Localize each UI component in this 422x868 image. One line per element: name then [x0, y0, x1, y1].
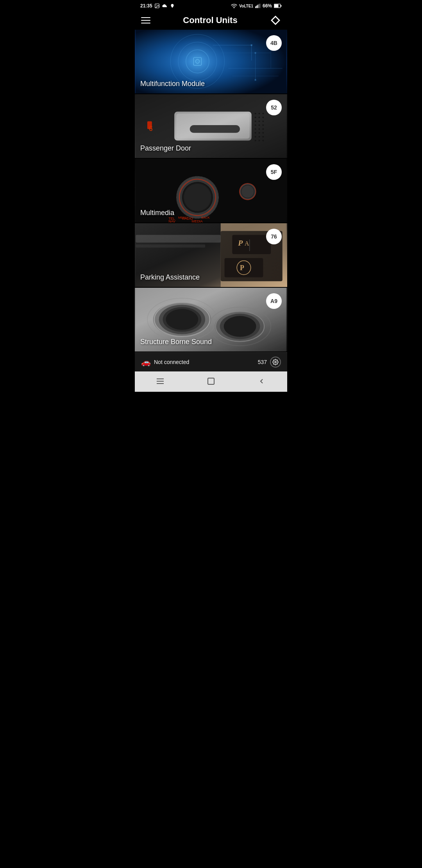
svg-point-52 — [262, 128, 264, 130]
card-passenger-badge: 52 — [266, 100, 282, 115]
recent-apps-icon — [156, 378, 165, 385]
card-parking-label: Parking Assistance — [140, 273, 200, 282]
status-bar: 21:35 VoLTE1 66% — [135, 0, 287, 11]
svg-point-46 — [262, 120, 264, 122]
bottom-right-area: 537 — [258, 357, 281, 368]
menu-line-3 — [141, 23, 150, 23]
card-parking-badge: 76 — [266, 229, 282, 244]
svg-point-61 — [262, 140, 264, 142]
card-sound-label: Structure Borne Sound — [140, 338, 212, 346]
svg-point-41 — [255, 117, 256, 118]
signal-icon — [255, 4, 261, 8]
svg-rect-8 — [259, 4, 260, 8]
svg-text:A: A — [245, 240, 249, 247]
svg-point-50 — [255, 128, 256, 130]
svg-point-106 — [275, 361, 276, 363]
connection-status-text: Not connected — [154, 359, 189, 365]
home-button[interactable] — [201, 375, 221, 387]
svg-text:P: P — [240, 264, 244, 272]
svg-point-49 — [262, 124, 264, 126]
status-left: 21:35 — [140, 3, 175, 9]
svg-text:MENU: MENU — [178, 216, 188, 219]
car-icon: 🚗 — [141, 357, 151, 367]
svg-rect-7 — [258, 4, 259, 8]
svg-rect-28 — [255, 52, 256, 54]
svg-point-45 — [259, 120, 260, 122]
svg-point-39 — [259, 113, 260, 114]
home-icon — [207, 377, 215, 386]
card-passenger-door[interactable]: 6 Passenger Door 52 — [135, 94, 287, 159]
svg-point-51 — [259, 128, 260, 130]
svg-point-42 — [259, 117, 260, 118]
svg-point-47 — [255, 124, 256, 126]
card-multifunction-badge: 4B — [266, 35, 282, 51]
svg-point-73 — [241, 185, 254, 198]
header: Control Units — [135, 11, 287, 30]
svg-point-56 — [255, 136, 256, 138]
time: 21:35 — [140, 3, 152, 9]
svg-rect-110 — [208, 378, 214, 384]
battery-icon — [274, 4, 282, 8]
code-display: 537 — [258, 359, 267, 365]
svg-point-58 — [262, 136, 264, 138]
svg-point-1 — [156, 5, 157, 5]
svg-point-54 — [259, 132, 260, 134]
svg-point-55 — [262, 132, 264, 134]
svg-point-43 — [262, 117, 264, 118]
svg-text:6: 6 — [149, 125, 153, 133]
settings-button[interactable] — [270, 357, 281, 368]
svg-point-68 — [184, 184, 211, 211]
svg-text:MEDIA: MEDIA — [192, 219, 203, 222]
svg-rect-6 — [257, 5, 258, 8]
card-multimedia-badge: 5F — [266, 164, 282, 180]
svg-text:BACK: BACK — [201, 216, 210, 219]
svg-point-3 — [234, 8, 234, 8]
location-icon — [170, 3, 175, 9]
svg-rect-92 — [136, 244, 205, 247]
card-structure-borne-sound[interactable]: Structure Borne Sound A9 — [135, 288, 287, 352]
svg-rect-4 — [255, 6, 256, 8]
card-multimedia-label: Multimedia — [140, 209, 174, 217]
card-sound-badge: A9 — [266, 293, 282, 309]
svg-point-60 — [259, 140, 260, 142]
svg-point-59 — [255, 140, 256, 142]
cloud-icon — [162, 4, 168, 8]
card-multifunction-label: Multifunction Module — [140, 80, 205, 88]
svg-point-57 — [259, 136, 260, 138]
card-multimedia[interactable]: RADIO MEDIA TEL NAV MENU BACK Multimedia… — [135, 159, 287, 223]
menu-button[interactable] — [141, 17, 150, 23]
recent-apps-button[interactable] — [150, 375, 170, 387]
svg-rect-29 — [255, 79, 256, 81]
settings-icon — [272, 359, 279, 365]
page-title: Control Units — [183, 15, 237, 25]
bottom-status-bar: 🚗 Not connected 537 — [135, 352, 287, 371]
svg-rect-37 — [190, 125, 240, 133]
sort-diamond-icon — [270, 15, 281, 26]
gallery-icon — [154, 3, 160, 9]
card-parking-assistance[interactable]: P A P Parking Assistance 76 — [135, 223, 287, 288]
status-right: VoLTE1 66% — [231, 3, 282, 9]
card-multifunction-module[interactable]: Multifunction Module 4B — [135, 30, 287, 94]
cards-container: Multifunction Module 4B — [135, 30, 287, 352]
svg-point-38 — [255, 113, 256, 114]
svg-rect-91 — [136, 235, 220, 243]
navigation-bar — [135, 371, 287, 392]
battery-text: 66% — [263, 3, 272, 9]
svg-point-53 — [255, 132, 256, 134]
svg-point-44 — [255, 120, 256, 122]
svg-rect-10 — [274, 4, 279, 7]
menu-line-2 — [141, 20, 150, 21]
connection-status-area: 🚗 Not connected — [141, 357, 189, 367]
svg-rect-5 — [256, 5, 257, 8]
svg-text:NAV: NAV — [168, 219, 175, 222]
svg-rect-11 — [281, 5, 281, 7]
signal-text: VoLTE1 — [239, 4, 253, 8]
svg-rect-26 — [251, 45, 252, 46]
back-button[interactable] — [252, 375, 272, 387]
sort-button[interactable] — [270, 15, 281, 26]
svg-text:P: P — [238, 239, 243, 247]
back-icon — [258, 378, 265, 385]
card-passenger-label: Passenger Door — [140, 144, 191, 152]
menu-line-1 — [141, 17, 150, 18]
svg-point-48 — [259, 124, 260, 126]
